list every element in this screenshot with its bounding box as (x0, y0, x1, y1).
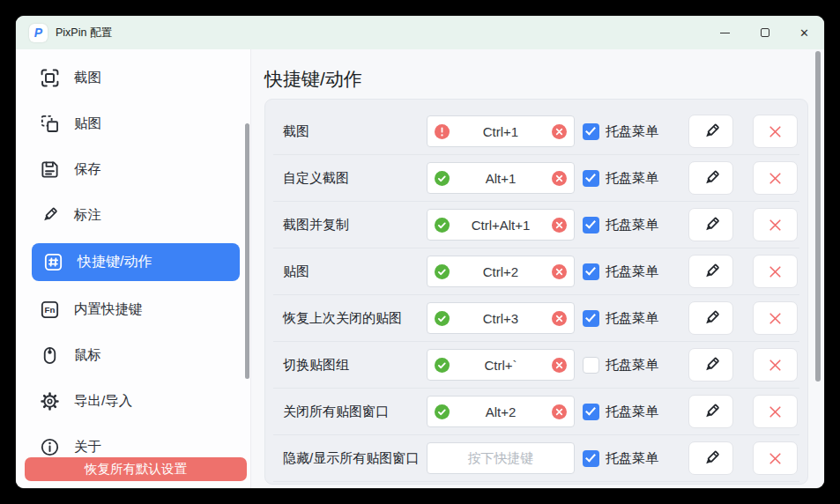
hotkey-row: 恢复上次关闭的贴图Ctrl+3托盘菜单 (273, 295, 799, 342)
clear-hotkey-icon[interactable] (552, 311, 567, 326)
sidebar-item-label: 导出/导入 (74, 392, 132, 411)
hotkey-input[interactable]: 按下快捷键 (427, 442, 575, 474)
edit-hotkey-button[interactable] (688, 301, 733, 335)
edit-hotkey-button[interactable] (688, 441, 733, 475)
hotkey-input[interactable]: Ctrl+3 (427, 302, 575, 334)
delete-hotkey-button[interactable] (753, 348, 798, 382)
close-button[interactable]: ✕ (784, 16, 824, 49)
tray-menu-checkbox[interactable] (583, 404, 599, 420)
tray-menu-checkbox[interactable] (583, 217, 599, 233)
sidebar-item-screenshot[interactable]: 截图 (28, 60, 238, 95)
pencil-icon (702, 356, 720, 374)
delete-x-icon (768, 171, 783, 186)
delete-hotkey-button[interactable] (753, 208, 798, 241)
hotkey-value: Ctrl+3 (450, 311, 552, 326)
hotkey-value: Alt+1 (450, 171, 552, 186)
sidebar-item-hotkeys-actions[interactable]: 快捷键/动作 (32, 243, 240, 281)
window-controls: ✕ (705, 16, 824, 49)
window-title: PixPin 配置 (56, 26, 112, 41)
hotkey-row: 截图Ctrl+1托盘菜单 (273, 108, 799, 155)
content-scrollbar-thumb[interactable] (815, 51, 821, 382)
save-icon (40, 159, 59, 179)
maximize-button[interactable] (745, 16, 784, 49)
clear-hotkey-icon[interactable] (552, 171, 567, 186)
close-icon: ✕ (799, 27, 809, 39)
edit-hotkey-button[interactable] (688, 161, 733, 195)
status-error-icon (435, 124, 450, 139)
status-ok-icon (435, 218, 450, 233)
pencil-icon (702, 169, 720, 187)
tray-menu-label: 托盘菜单 (606, 357, 658, 374)
tray-menu-label: 托盘菜单 (606, 170, 658, 187)
delete-x-icon (768, 218, 783, 233)
restore-defaults-button[interactable]: 恢复所有默认设置 (25, 457, 247, 481)
hotkey-row: 关闭所有贴图窗口Alt+2托盘菜单 (273, 389, 799, 435)
hash-icon (43, 253, 63, 272)
hotkey-row-label: 截图并复制 (283, 217, 427, 233)
hotkey-input[interactable]: Ctrl+2 (427, 256, 575, 287)
pixpin-config-window: P PixPin 配置 ✕ 截图贴图保存标注快捷键/动作Fn内置快捷键鼠标导出/… (16, 16, 824, 488)
sidebar-item-label: 快捷键/动作 (78, 253, 152, 271)
pencil-icon (702, 449, 720, 467)
hotkey-row: 贴图Ctrl+2托盘菜单 (273, 248, 799, 295)
hotkey-row-label: 贴图 (283, 263, 427, 280)
clear-hotkey-icon[interactable] (552, 404, 567, 419)
sidebar-item-label: 保存 (74, 160, 101, 179)
pixpin-logo-letter: P (34, 26, 42, 39)
hotkey-input[interactable]: Alt+1 (427, 162, 575, 194)
pencil-icon (702, 403, 720, 420)
pencil-icon (702, 122, 720, 140)
sidebar-item-mouse[interactable]: 鼠标 (28, 337, 238, 373)
hotkey-input[interactable]: Ctrl+1 (427, 115, 575, 147)
mouse-icon (40, 345, 59, 365)
tray-menu-checkbox[interactable] (583, 170, 599, 187)
sidebar-item-pin-image[interactable]: 贴图 (28, 106, 238, 141)
delete-hotkey-button[interactable] (753, 255, 798, 288)
delete-x-icon (768, 264, 783, 279)
hotkey-row: 截图并复制Ctrl+Alt+1托盘菜单 (273, 202, 799, 248)
tray-menu-checkbox[interactable] (583, 450, 599, 467)
edit-hotkey-button[interactable] (688, 395, 733, 428)
hotkey-row-label: 切换贴图组 (283, 357, 427, 374)
hotkey-input[interactable]: Ctrl+` (427, 349, 575, 381)
pin-image-icon (40, 114, 59, 133)
sidebar-item-export-import[interactable]: 导出/导入 (28, 383, 238, 419)
tray-menu-checkbox[interactable] (583, 263, 599, 280)
delete-x-icon (768, 311, 783, 326)
clear-hotkey-icon[interactable] (552, 218, 567, 233)
tray-menu-checkbox[interactable] (583, 310, 599, 327)
edit-hotkey-button[interactable] (688, 348, 733, 382)
sidebar-item-annotate[interactable]: 标注 (28, 197, 238, 233)
sidebar-item-label: 关于 (74, 438, 101, 456)
delete-hotkey-button[interactable] (753, 115, 798, 148)
desktop-background: P PixPin 配置 ✕ 截图贴图保存标注快捷键/动作Fn内置快捷键鼠标导出/… (0, 0, 840, 504)
hotkey-input[interactable]: Ctrl+Alt+1 (427, 209, 575, 241)
delete-hotkey-button[interactable] (753, 301, 798, 335)
hotkey-list-card: 截图Ctrl+1托盘菜单自定义截图Alt+1托盘菜单截图并复制Ctrl+Alt+… (264, 99, 808, 485)
minimize-button[interactable] (705, 16, 745, 49)
delete-hotkey-button[interactable] (753, 161, 798, 195)
sidebar-item-save[interactable]: 保存 (28, 152, 238, 187)
edit-hotkey-button[interactable] (688, 115, 733, 148)
edit-hotkey-button[interactable] (688, 255, 733, 288)
tray-menu-label: 托盘菜单 (606, 404, 658, 420)
tray-menu-checkbox[interactable] (583, 123, 599, 140)
pencil-icon (702, 216, 720, 233)
hotkey-value: Ctrl+` (450, 358, 552, 373)
info-icon (40, 437, 59, 456)
minimize-icon (720, 33, 730, 33)
clear-hotkey-icon[interactable] (552, 358, 567, 373)
hotkey-value: Ctrl+Alt+1 (450, 218, 552, 233)
clear-hotkey-icon[interactable] (552, 264, 567, 279)
tray-menu-checkbox[interactable] (583, 357, 599, 374)
sidebar-item-builtin-hotkeys[interactable]: Fn内置快捷键 (28, 292, 238, 327)
edit-hotkey-button[interactable] (688, 208, 733, 241)
hotkey-input[interactable]: Alt+2 (427, 396, 575, 427)
delete-hotkey-button[interactable] (753, 395, 798, 428)
tray-menu-label: 托盘菜单 (606, 310, 658, 327)
delete-hotkey-button[interactable] (753, 441, 798, 475)
clear-hotkey-icon[interactable] (552, 124, 567, 139)
pencil-icon (702, 309, 720, 327)
sidebar-scrollbar-thumb[interactable] (245, 123, 249, 379)
titlebar[interactable]: P PixPin 配置 ✕ (16, 16, 824, 49)
